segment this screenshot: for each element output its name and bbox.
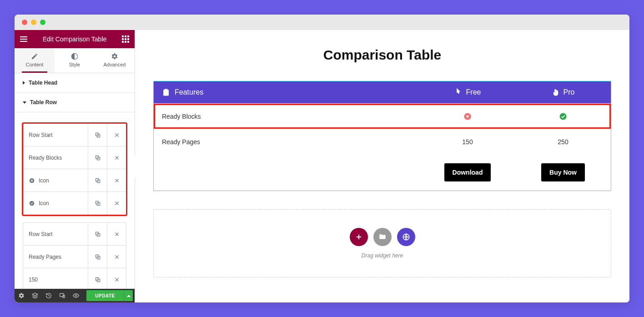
hamburger-icon[interactable] bbox=[20, 36, 27, 42]
duplicate-button[interactable] bbox=[88, 124, 107, 146]
row-group-highlighted: Row Start Ready Blocks Icon bbox=[23, 123, 126, 215]
dropzone-actions bbox=[350, 228, 415, 246]
check-circle-icon bbox=[559, 112, 567, 121]
close-icon bbox=[114, 155, 120, 161]
template-button[interactable] bbox=[373, 228, 392, 246]
row-item-label: Row Start bbox=[29, 231, 53, 237]
remove-button[interactable] bbox=[107, 169, 126, 191]
row-item[interactable]: Ready Pages bbox=[23, 246, 126, 268]
row-group: Row Start Ready Pages 150 bbox=[23, 222, 126, 289]
row-item[interactable]: Row Start bbox=[23, 223, 126, 246]
row-item[interactable]: Row Start bbox=[23, 124, 126, 146]
update-container: UPDATE bbox=[85, 289, 135, 302]
tab-content[interactable]: Content bbox=[15, 48, 55, 73]
copy-icon bbox=[95, 132, 101, 138]
row-feature-label: Ready Blocks bbox=[154, 113, 420, 120]
copy-icon bbox=[95, 177, 101, 184]
row-item[interactable]: Icon bbox=[23, 169, 126, 192]
add-section-button[interactable] bbox=[350, 228, 368, 246]
row-items-container: Row Start Ready Blocks Icon bbox=[15, 112, 135, 289]
table-footer: Download Buy Now bbox=[154, 154, 611, 191]
eye-icon bbox=[73, 292, 79, 299]
row-item[interactable]: Ready Blocks bbox=[23, 146, 126, 169]
history-button[interactable] bbox=[42, 289, 55, 302]
widget-drop-zone[interactable]: Drag widget here bbox=[153, 209, 611, 277]
times-circle-icon bbox=[29, 177, 35, 184]
duplicate-button[interactable] bbox=[88, 268, 107, 289]
widgets-grid-icon[interactable] bbox=[122, 35, 129, 43]
responsive-button[interactable] bbox=[55, 289, 69, 302]
close-icon bbox=[114, 254, 120, 260]
section-table-head[interactable]: Table Head bbox=[15, 73, 135, 93]
comparison-table-widget[interactable]: Features Free Pro Ready Blocks bbox=[153, 81, 611, 191]
close-icon bbox=[114, 231, 120, 237]
close-icon bbox=[114, 177, 120, 184]
chevron-down-icon bbox=[23, 101, 26, 104]
duplicate-button[interactable] bbox=[88, 246, 107, 268]
row-value-free: 150 bbox=[420, 138, 515, 146]
download-button[interactable]: Download bbox=[444, 163, 491, 181]
history-icon bbox=[45, 292, 52, 299]
svg-marker-31 bbox=[32, 293, 38, 296]
close-icon bbox=[114, 132, 120, 138]
header-pro-label: Pro bbox=[564, 88, 575, 96]
section-table-head-label: Table Head bbox=[29, 80, 57, 86]
duplicate-button[interactable] bbox=[88, 223, 107, 245]
chevron-up-icon bbox=[127, 295, 131, 297]
copy-icon bbox=[95, 231, 101, 237]
navigator-button[interactable] bbox=[28, 289, 42, 302]
svg-point-14 bbox=[30, 201, 35, 206]
section-table-row-label: Table Row bbox=[30, 99, 57, 106]
svg-point-34 bbox=[75, 295, 77, 297]
window-minimize-icon[interactable] bbox=[31, 20, 36, 25]
window-maximize-icon[interactable] bbox=[40, 20, 45, 25]
table-header: Features Free Pro bbox=[154, 81, 611, 103]
remove-button[interactable] bbox=[107, 268, 126, 289]
pencil-icon bbox=[31, 53, 38, 60]
remove-button[interactable] bbox=[107, 146, 126, 169]
remove-button[interactable] bbox=[107, 192, 126, 215]
window-close-icon[interactable] bbox=[22, 20, 27, 25]
row-value-pro: 250 bbox=[515, 138, 611, 146]
copy-icon bbox=[95, 200, 101, 206]
tab-advanced-label: Advanced bbox=[104, 62, 126, 67]
duplicate-button[interactable] bbox=[88, 146, 107, 169]
plus-icon bbox=[355, 233, 363, 241]
tab-style-label: Style bbox=[69, 62, 80, 67]
window-titlebar bbox=[15, 15, 629, 30]
pointer-icon bbox=[454, 88, 463, 96]
editor-canvas: Comparison Table Features Free Pro bbox=[135, 30, 629, 302]
table-row: Ready Blocks bbox=[154, 103, 611, 129]
preview-button[interactable] bbox=[69, 289, 83, 302]
section-table-row[interactable]: Table Row bbox=[15, 93, 135, 112]
folder-icon bbox=[378, 233, 387, 241]
buy-now-button[interactable]: Buy Now bbox=[541, 163, 585, 181]
copy-icon bbox=[95, 277, 101, 283]
header-features-label: Features bbox=[175, 88, 203, 96]
layers-icon bbox=[32, 292, 38, 299]
chevron-right-icon bbox=[23, 81, 25, 85]
copy-icon bbox=[95, 254, 101, 260]
app-window: Edit Comparison Table Content Style Adva… bbox=[15, 15, 629, 302]
global-button[interactable] bbox=[397, 228, 415, 246]
update-options-button[interactable] bbox=[124, 290, 133, 301]
remove-button[interactable] bbox=[107, 223, 126, 245]
page-title: Comparison Table bbox=[153, 47, 611, 63]
tab-advanced[interactable]: Advanced bbox=[95, 48, 135, 73]
row-item[interactable]: Icon bbox=[23, 192, 126, 215]
duplicate-button[interactable] bbox=[88, 192, 107, 215]
close-icon bbox=[114, 200, 120, 206]
sidebar-title: Edit Comparison Table bbox=[43, 35, 107, 43]
editor-sidebar: Edit Comparison Table Content Style Adva… bbox=[15, 30, 135, 302]
update-button[interactable]: UPDATE bbox=[86, 290, 124, 301]
tab-style[interactable]: Style bbox=[55, 48, 95, 73]
remove-button[interactable] bbox=[107, 246, 126, 268]
sidebar-bottom-bar: UPDATE bbox=[15, 289, 135, 302]
gear-icon bbox=[18, 292, 25, 299]
remove-button[interactable] bbox=[107, 124, 126, 146]
settings-button[interactable] bbox=[15, 289, 28, 302]
svg-rect-35 bbox=[165, 89, 167, 91]
duplicate-button[interactable] bbox=[88, 169, 107, 191]
row-item-label: 150 bbox=[29, 277, 38, 283]
row-item[interactable]: 150 bbox=[23, 268, 126, 289]
